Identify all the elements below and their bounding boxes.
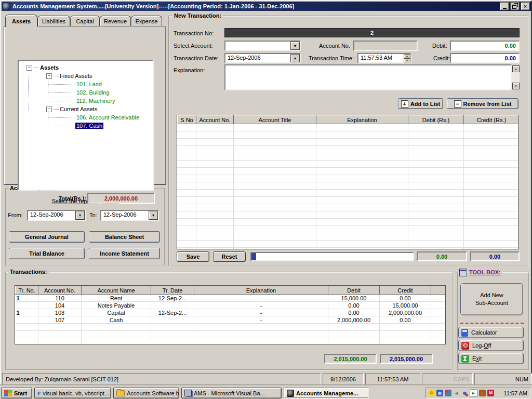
entry-col-debit[interactable]: Debit (Rs.) — [408, 116, 464, 124]
task-accounts-management[interactable]: Accounts Manageme... — [284, 388, 369, 398]
save-button[interactable]: Save — [177, 251, 209, 262]
explanation-scrollbar[interactable]: ▲ ▼ — [512, 65, 520, 89]
clock[interactable]: 11:57 AM — [503, 390, 527, 396]
to-date-combo[interactable]: 12-Sep-2006 — [100, 210, 159, 221]
explanation-textarea[interactable] — [224, 64, 512, 90]
tab-assets[interactable]: Assets — [5, 15, 37, 27]
collapse-icon[interactable] — [46, 107, 52, 112]
table-row[interactable]: 107 Cash - 2,000,000.00 0.00 — [16, 316, 446, 324]
tree-item[interactable]: Current Assets — [19, 105, 153, 113]
tree-item-machinery[interactable]: 112. Machinery — [75, 98, 116, 104]
tab-expense[interactable]: Expense — [131, 16, 162, 26]
windows-logo-icon — [4, 390, 12, 396]
task-browser[interactable]: e visual basic, vb, vbscript... — [34, 388, 111, 398]
task-visual-basic[interactable]: AMS - Microsoft Visual Ba... — [181, 388, 282, 398]
chevron-down-icon[interactable] — [290, 54, 300, 62]
table-row[interactable]: 1 103 Capital 12-Sep-2... - 0.00 2,000,0… — [16, 309, 446, 316]
select-account-combo[interactable] — [224, 41, 301, 51]
app-icon[interactable] — [3, 3, 10, 10]
reset-button[interactable]: Reset — [213, 251, 246, 262]
tx-col-date[interactable]: Tr. Date — [151, 286, 194, 295]
close-icon[interactable]: × — [521, 2, 530, 10]
from-date-combo[interactable]: 12-Sep-2006 — [27, 210, 86, 221]
tree-item[interactable]: 102. Building — [19, 88, 153, 97]
start-button[interactable]: Start — [1, 388, 32, 398]
add-to-list-button[interactable]: + Add to List — [398, 98, 443, 109]
entry-col-explanation[interactable]: Explanation — [316, 116, 408, 124]
chevron-down-icon[interactable] — [75, 211, 85, 220]
general-journal-button[interactable]: General Journal — [9, 231, 85, 243]
calculator-button[interactable]: Calculator — [458, 327, 524, 338]
tree-item-cash-selected[interactable]: 107. Cash — [75, 123, 103, 129]
media-player-icon[interactable] — [470, 389, 477, 397]
collapse-icon[interactable] — [26, 65, 32, 71]
tree-item[interactable]: Assets — [19, 63, 153, 72]
entry-col-credit[interactable]: Credit (Rs.) — [464, 116, 519, 124]
entry-grid-body[interactable] — [177, 124, 518, 249]
tx-col-debit[interactable]: Debit — [328, 286, 380, 295]
tx-col-accno[interactable]: Account No. — [38, 286, 82, 295]
log-off-button[interactable]: Log-Off — [458, 340, 524, 351]
balance-sheet-button[interactable]: Balance Sheet — [89, 231, 160, 243]
scroll-down-icon[interactable]: ▼ — [512, 83, 520, 89]
tree-item[interactable]: 112. Machinery — [19, 97, 153, 105]
network-icon[interactable] — [436, 390, 443, 396]
accounts-tree[interactable]: Assets Fixed Assets 101. Land 102. Build… — [18, 60, 154, 191]
status-num: NUM — [474, 373, 532, 385]
tree-item[interactable]: 107. Cash — [19, 122, 153, 130]
entry-col-account-title[interactable]: Account Title — [234, 116, 316, 124]
volume-icon[interactable] — [453, 390, 460, 396]
transaction-date-combo[interactable]: 12-Sep-2006 — [224, 53, 301, 63]
tx-col-name[interactable]: Account Name — [82, 286, 151, 295]
tree-item[interactable]: 101. Land — [19, 80, 153, 88]
tree-item[interactable]: 106. Account Receivable — [19, 113, 153, 122]
add-new-sub-account-button[interactable]: Add New Sub-Account — [460, 283, 523, 315]
entry-grid[interactable]: S No Account No. Account Title Explanati… — [177, 115, 518, 249]
tree-item-fixed-assets[interactable]: Fixed Assets — [59, 73, 93, 79]
tree-item[interactable]: Fixed Assets — [19, 72, 153, 80]
tx-col-spare — [431, 286, 446, 295]
tab-revenue[interactable]: Revenue — [100, 16, 131, 26]
income-statement-button[interactable]: Income Statement — [89, 248, 160, 259]
progress-bar — [250, 252, 414, 261]
task-folder[interactable]: Accounts Software by Z... — [113, 388, 179, 398]
app-window: Accounts Management System.....[Universi… — [0, 0, 532, 385]
exit-button[interactable]: Exit — [458, 353, 524, 364]
credit-field[interactable]: 0.00 — [450, 53, 520, 63]
entry-col-sno[interactable]: S No — [178, 116, 196, 124]
messenger-smiley-icon[interactable] — [428, 390, 435, 396]
transactions-table[interactable]: Tr. No. Account No. Account Name Tr. Dat… — [15, 285, 446, 344]
minimize-icon[interactable] — [500, 2, 509, 10]
chevron-down-icon[interactable] — [149, 211, 158, 220]
table-row[interactable]: 104 Notes Payable - 0.00 15,000.00 — [16, 302, 446, 309]
entry-col-account-no[interactable]: Account No. — [196, 116, 234, 124]
tx-col-trno[interactable]: Tr. No. — [16, 286, 38, 295]
tab-liabilities[interactable]: Liabilities — [37, 16, 70, 26]
scroll-up-icon[interactable]: ▲ — [512, 65, 520, 72]
select-account-label: Select Account: — [174, 43, 213, 49]
account-no-field — [353, 41, 418, 51]
chevron-down-icon[interactable] — [290, 42, 300, 50]
tab-capital[interactable]: Capital — [70, 16, 100, 26]
m-app-icon[interactable] — [487, 390, 494, 396]
time-spinner[interactable]: ▲▼ — [404, 54, 410, 62]
debit-field[interactable]: 0.00 — [450, 41, 520, 51]
tx-col-credit[interactable]: Credit — [380, 286, 431, 295]
tree-item-assets[interactable]: Assets — [39, 64, 60, 71]
tree-item-account-receivable[interactable]: 106. Account Receivable — [75, 114, 140, 121]
tree-item-building[interactable]: 102. Building — [75, 89, 111, 96]
tree-item-current-assets[interactable]: Current Assets — [59, 106, 98, 112]
tx-col-expl[interactable]: Explanation — [194, 286, 328, 295]
trial-balance-button[interactable]: Trial Balance — [9, 248, 85, 259]
restore-icon[interactable] — [510, 2, 520, 10]
table-row[interactable]: 1 110 Rent 12-Sep-2... - 15,000.00 0.00 — [16, 295, 446, 302]
display-settings-icon[interactable] — [445, 390, 451, 396]
tree-item-land[interactable]: 101. Land — [75, 81, 103, 87]
credit-label: Credit: — [433, 55, 450, 61]
update-icon[interactable] — [479, 390, 486, 396]
transaction-time-field[interactable]: 11:57:53 AM ▲▼ — [357, 53, 411, 63]
title-bar[interactable]: Accounts Management System.....[Universi… — [2, 2, 531, 11]
collapse-icon[interactable] — [46, 73, 52, 79]
contacts-offline-icon[interactable] — [461, 390, 468, 396]
remove-from-list-button[interactable]: − Remove from List — [447, 98, 518, 109]
